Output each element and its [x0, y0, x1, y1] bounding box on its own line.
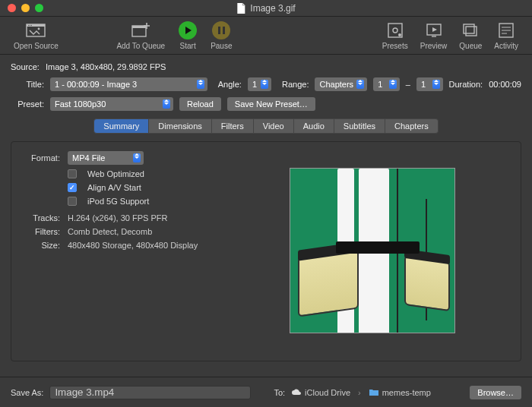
minimize-button[interactable] — [21, 4, 30, 12]
format-label: Format: — [24, 153, 60, 162]
presets-label: Presets — [382, 42, 408, 50]
add-to-queue-button[interactable]: Add To Queue — [110, 21, 171, 50]
source-value: Image 3, 480x480, 29.9892 FPS — [46, 62, 166, 71]
range-from-select[interactable]: 1 — [373, 77, 400, 91]
title-value: 1 - 00:00:09 - Image 3 — [55, 80, 137, 89]
angle-label: Angle: — [218, 80, 242, 89]
path-root-text: iCloud Drive — [305, 388, 350, 397]
queue-button[interactable]: Queue — [453, 21, 488, 50]
start-button[interactable]: Start — [171, 21, 204, 50]
web-optimized-label: Web Optimized — [87, 169, 144, 178]
size-label: Size: — [24, 241, 60, 250]
preset-value: Fast 1080p30 — [55, 99, 106, 109]
ipod-5g-label: iPod 5G Support — [87, 197, 149, 206]
duration-label: Duration: — [449, 80, 483, 89]
angle-select[interactable]: 1 — [248, 77, 271, 91]
range-label: Range: — [282, 80, 309, 89]
svg-rect-14 — [466, 27, 477, 36]
format-value: MP4 File — [72, 153, 105, 162]
pause-label: Pause — [211, 42, 232, 50]
preset-label: Preset: — [11, 99, 44, 109]
preview-label: Preview — [420, 42, 448, 50]
ipod-5g-checkbox[interactable] — [68, 197, 77, 206]
filters-value: Comb Detect, Decomb — [68, 227, 152, 236]
add-to-queue-label: Add To Queue — [116, 42, 165, 50]
preview-image — [290, 168, 455, 333]
web-optimized-checkbox[interactable] — [68, 169, 77, 178]
pause-icon — [212, 21, 230, 39]
range-to-value: 1 — [421, 80, 426, 89]
size-value: 480x480 Storage, 480x480 Display — [68, 241, 198, 250]
svg-point-11 — [398, 33, 401, 36]
summary-panel: Format: MP4 File Web Optimized Align A/V… — [11, 141, 521, 361]
svg-point-4 — [38, 28, 40, 30]
open-source-button[interactable]: Open Source — [8, 21, 65, 50]
tab-audio[interactable]: Audio — [294, 118, 334, 134]
range-dash: – — [406, 80, 410, 89]
range-from-value: 1 — [378, 80, 382, 89]
folder-icon — [369, 388, 379, 396]
title-select[interactable]: 1 - 00:00:09 - Image 3 — [50, 77, 207, 91]
to-label: To: — [274, 388, 285, 397]
tab-filters[interactable]: Filters — [212, 118, 254, 134]
tracks-value: H.264 (x264), 30 FPS PFR — [68, 213, 167, 222]
range-type-select[interactable]: Chapters — [315, 77, 367, 91]
source-label: Source: — [11, 62, 40, 71]
titlebar: Image 3.gif — [0, 0, 532, 17]
queue-label: Queue — [459, 42, 482, 50]
start-label: Start — [180, 42, 196, 50]
path-folder-text: memes-temp — [382, 388, 431, 397]
tab-video[interactable]: Video — [254, 118, 294, 134]
cloud-icon — [291, 389, 302, 396]
reload-button[interactable]: Reload — [179, 97, 221, 111]
align-av-checkbox[interactable] — [68, 183, 77, 192]
document-icon — [236, 3, 245, 14]
preview-pane — [290, 151, 508, 352]
tab-dimensions[interactable]: Dimensions — [149, 118, 211, 134]
browse-button[interactable]: Browse… — [470, 386, 521, 399]
play-icon — [179, 21, 197, 39]
activity-label: Activity — [494, 42, 518, 50]
pause-button[interactable]: Pause — [204, 21, 238, 50]
format-select[interactable]: MP4 File — [68, 151, 144, 165]
align-av-label: Align A/V Start — [87, 183, 141, 192]
svg-point-10 — [393, 28, 397, 33]
title-label: Title: — [11, 80, 44, 89]
main-panel: Source: Image 3, 480x480, 29.9892 FPS Ti… — [0, 55, 532, 361]
tab-chapters[interactable]: Chapters — [385, 118, 439, 134]
saveas-field[interactable] — [49, 386, 251, 399]
filters-label: Filters: — [24, 227, 60, 236]
svg-rect-15 — [464, 24, 474, 33]
presets-button[interactable]: Presets — [376, 21, 414, 50]
window-controls — [8, 4, 43, 12]
range-type-value: Chapters — [319, 80, 353, 89]
tab-subtitles[interactable]: Subtitles — [334, 118, 385, 134]
tracks-label: Tracks: — [24, 213, 60, 222]
chevron-right-icon: › — [358, 388, 361, 397]
toolbar: Open Source Add To Queue Start Pause Pre… — [0, 17, 532, 55]
duration-value: 00:00:09 — [489, 80, 521, 89]
svg-point-3 — [31, 25, 32, 26]
saveas-label: Save As: — [11, 388, 43, 397]
preview-button[interactable]: Preview — [414, 21, 454, 50]
window-title: Image 3.gif — [236, 3, 295, 14]
open-source-label: Open Source — [14, 42, 59, 50]
close-button[interactable] — [8, 4, 16, 12]
bottom-bar: Save As: To: iCloud Drive › memes-temp B… — [0, 377, 532, 407]
preset-select[interactable]: Fast 1080p30 — [50, 97, 173, 111]
path-folder[interactable]: memes-temp — [369, 388, 431, 397]
angle-value: 1 — [252, 80, 257, 89]
save-new-preset-button[interactable]: Save New Preset… — [227, 97, 315, 111]
path-root[interactable]: iCloud Drive — [291, 388, 350, 397]
svg-point-2 — [29, 25, 30, 26]
tab-bar: Summary Dimensions Filters Video Audio S… — [11, 118, 521, 134]
activity-button[interactable]: Activity — [488, 21, 524, 50]
tab-summary[interactable]: Summary — [93, 118, 149, 134]
zoom-button[interactable] — [35, 4, 43, 12]
window-title-text: Image 3.gif — [250, 3, 295, 14]
range-to-select[interactable]: 1 — [416, 77, 443, 91]
